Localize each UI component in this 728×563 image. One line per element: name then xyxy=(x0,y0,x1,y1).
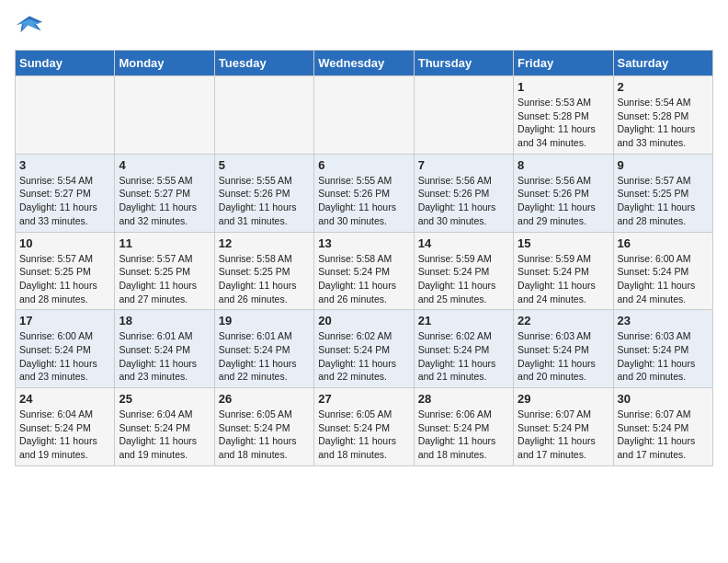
calendar-cell xyxy=(16,76,115,155)
day-info: Sunrise: 6:04 AM Sunset: 5:24 PM Dayligh… xyxy=(119,408,210,462)
day-info: Sunrise: 6:03 AM Sunset: 5:24 PM Dayligh… xyxy=(518,329,609,384)
calendar-cell: 24Sunrise: 6:04 AM Sunset: 5:24 PM Dayli… xyxy=(16,388,115,466)
day-info: Sunrise: 5:57 AM Sunset: 5:25 PM Dayligh… xyxy=(618,174,709,228)
day-info: Sunrise: 6:00 AM Sunset: 5:24 PM Dayligh… xyxy=(19,329,110,384)
day-number: 24 xyxy=(19,392,110,406)
day-info: Sunrise: 5:54 AM Sunset: 5:27 PM Dayligh… xyxy=(19,174,110,228)
calendar-table: SundayMondayTuesdayWednesdayThursdayFrid… xyxy=(15,50,713,466)
day-number: 25 xyxy=(119,392,210,406)
day-info: Sunrise: 6:07 AM Sunset: 5:24 PM Dayligh… xyxy=(518,408,609,462)
day-number: 7 xyxy=(418,158,509,172)
day-info: Sunrise: 5:59 AM Sunset: 5:24 PM Dayligh… xyxy=(418,252,509,306)
day-info: Sunrise: 5:54 AM Sunset: 5:28 PM Dayligh… xyxy=(618,96,709,150)
calendar-cell: 26Sunrise: 6:05 AM Sunset: 5:24 PM Dayli… xyxy=(214,388,313,466)
calendar-cell: 30Sunrise: 6:07 AM Sunset: 5:24 PM Dayli… xyxy=(613,388,712,466)
day-number: 27 xyxy=(318,392,409,406)
day-info: Sunrise: 5:59 AM Sunset: 5:24 PM Dayligh… xyxy=(518,252,609,306)
calendar-cell: 22Sunrise: 6:03 AM Sunset: 5:24 PM Dayli… xyxy=(514,310,613,388)
calendar-cell: 10Sunrise: 5:57 AM Sunset: 5:25 PM Dayli… xyxy=(16,232,115,310)
calendar-cell: 8Sunrise: 5:56 AM Sunset: 5:26 PM Daylig… xyxy=(514,154,613,232)
day-info: Sunrise: 6:05 AM Sunset: 5:24 PM Dayligh… xyxy=(318,408,409,462)
day-number: 2 xyxy=(618,80,709,94)
day-number: 8 xyxy=(518,158,609,172)
day-number: 11 xyxy=(119,236,210,250)
calendar-cell: 16Sunrise: 6:00 AM Sunset: 5:24 PM Dayli… xyxy=(613,232,712,310)
calendar-cell: 12Sunrise: 5:58 AM Sunset: 5:25 PM Dayli… xyxy=(214,232,313,310)
weekday-header: Friday xyxy=(514,51,613,76)
day-info: Sunrise: 5:56 AM Sunset: 5:26 PM Dayligh… xyxy=(418,174,509,228)
day-number: 17 xyxy=(19,314,110,327)
day-number: 16 xyxy=(618,236,709,250)
calendar-cell: 14Sunrise: 5:59 AM Sunset: 5:24 PM Dayli… xyxy=(414,232,513,310)
day-info: Sunrise: 5:57 AM Sunset: 5:25 PM Dayligh… xyxy=(119,252,210,306)
calendar-cell: 6Sunrise: 5:55 AM Sunset: 5:26 PM Daylig… xyxy=(314,154,414,232)
day-number: 23 xyxy=(618,314,709,327)
page-header xyxy=(15,15,713,40)
calendar-cell: 28Sunrise: 6:06 AM Sunset: 5:24 PM Dayli… xyxy=(414,388,513,466)
day-number: 10 xyxy=(19,236,110,250)
calendar-header-row: SundayMondayTuesdayWednesdayThursdayFrid… xyxy=(16,51,713,76)
day-info: Sunrise: 5:56 AM Sunset: 5:26 PM Dayligh… xyxy=(518,174,609,228)
calendar-week-row: 24Sunrise: 6:04 AM Sunset: 5:24 PM Dayli… xyxy=(16,388,713,466)
day-number: 3 xyxy=(19,158,110,172)
day-info: Sunrise: 6:03 AM Sunset: 5:24 PM Dayligh… xyxy=(618,329,709,384)
day-number: 14 xyxy=(418,236,509,250)
day-number: 5 xyxy=(219,158,310,172)
calendar-week-row: 1Sunrise: 5:53 AM Sunset: 5:28 PM Daylig… xyxy=(16,76,713,155)
day-info: Sunrise: 6:05 AM Sunset: 5:24 PM Dayligh… xyxy=(219,408,310,462)
day-info: Sunrise: 5:55 AM Sunset: 5:26 PM Dayligh… xyxy=(318,174,409,228)
day-info: Sunrise: 5:57 AM Sunset: 5:25 PM Dayligh… xyxy=(19,252,110,306)
day-number: 26 xyxy=(219,392,310,406)
calendar-cell: 2Sunrise: 5:54 AM Sunset: 5:28 PM Daylig… xyxy=(613,76,712,155)
calendar-cell: 13Sunrise: 5:58 AM Sunset: 5:24 PM Dayli… xyxy=(314,232,414,310)
calendar-cell: 25Sunrise: 6:04 AM Sunset: 5:24 PM Dayli… xyxy=(115,388,214,466)
day-info: Sunrise: 5:58 AM Sunset: 5:24 PM Dayligh… xyxy=(318,252,409,306)
calendar-week-row: 10Sunrise: 5:57 AM Sunset: 5:25 PM Dayli… xyxy=(16,232,713,310)
calendar-cell: 20Sunrise: 6:02 AM Sunset: 5:24 PM Dayli… xyxy=(314,310,414,388)
calendar-cell xyxy=(314,76,414,155)
day-info: Sunrise: 5:58 AM Sunset: 5:25 PM Dayligh… xyxy=(219,252,310,306)
calendar-cell: 23Sunrise: 6:03 AM Sunset: 5:24 PM Dayli… xyxy=(613,310,712,388)
calendar-cell: 11Sunrise: 5:57 AM Sunset: 5:25 PM Dayli… xyxy=(115,232,214,310)
calendar-cell: 5Sunrise: 5:55 AM Sunset: 5:26 PM Daylig… xyxy=(214,154,313,232)
calendar-cell: 3Sunrise: 5:54 AM Sunset: 5:27 PM Daylig… xyxy=(16,154,115,232)
calendar-cell: 29Sunrise: 6:07 AM Sunset: 5:24 PM Dayli… xyxy=(514,388,613,466)
calendar-cell: 4Sunrise: 5:55 AM Sunset: 5:27 PM Daylig… xyxy=(115,154,214,232)
day-number: 9 xyxy=(618,158,709,172)
weekday-header: Sunday xyxy=(16,51,115,76)
day-info: Sunrise: 6:02 AM Sunset: 5:24 PM Dayligh… xyxy=(318,329,409,384)
day-number: 1 xyxy=(518,80,609,94)
day-number: 12 xyxy=(219,236,310,250)
day-info: Sunrise: 6:02 AM Sunset: 5:24 PM Dayligh… xyxy=(418,329,509,384)
day-number: 4 xyxy=(119,158,210,172)
calendar-cell: 27Sunrise: 6:05 AM Sunset: 5:24 PM Dayli… xyxy=(314,388,414,466)
day-info: Sunrise: 6:01 AM Sunset: 5:24 PM Dayligh… xyxy=(219,329,310,384)
day-number: 19 xyxy=(219,314,310,327)
calendar-cell: 17Sunrise: 6:00 AM Sunset: 5:24 PM Dayli… xyxy=(16,310,115,388)
day-number: 30 xyxy=(618,392,709,406)
calendar-cell xyxy=(214,76,313,155)
day-number: 21 xyxy=(418,314,509,327)
calendar-cell: 21Sunrise: 6:02 AM Sunset: 5:24 PM Dayli… xyxy=(414,310,513,388)
calendar-week-row: 3Sunrise: 5:54 AM Sunset: 5:27 PM Daylig… xyxy=(16,154,713,232)
calendar-cell xyxy=(414,76,513,155)
weekday-header: Monday xyxy=(115,51,214,76)
calendar-week-row: 17Sunrise: 6:00 AM Sunset: 5:24 PM Dayli… xyxy=(16,310,713,388)
calendar-cell: 19Sunrise: 6:01 AM Sunset: 5:24 PM Dayli… xyxy=(214,310,313,388)
weekday-header: Tuesday xyxy=(214,51,313,76)
day-number: 13 xyxy=(318,236,409,250)
day-number: 28 xyxy=(418,392,509,406)
day-number: 20 xyxy=(318,314,409,327)
calendar-cell xyxy=(115,76,214,155)
weekday-header: Saturday xyxy=(613,51,712,76)
day-info: Sunrise: 6:07 AM Sunset: 5:24 PM Dayligh… xyxy=(618,408,709,462)
calendar-cell: 15Sunrise: 5:59 AM Sunset: 5:24 PM Dayli… xyxy=(514,232,613,310)
day-info: Sunrise: 5:53 AM Sunset: 5:28 PM Dayligh… xyxy=(518,96,609,150)
day-number: 18 xyxy=(119,314,210,327)
day-info: Sunrise: 6:01 AM Sunset: 5:24 PM Dayligh… xyxy=(119,329,210,384)
calendar-cell: 9Sunrise: 5:57 AM Sunset: 5:25 PM Daylig… xyxy=(613,154,712,232)
day-number: 15 xyxy=(518,236,609,250)
calendar-cell: 18Sunrise: 6:01 AM Sunset: 5:24 PM Dayli… xyxy=(115,310,214,388)
day-number: 6 xyxy=(318,158,409,172)
weekday-header: Wednesday xyxy=(314,51,414,76)
